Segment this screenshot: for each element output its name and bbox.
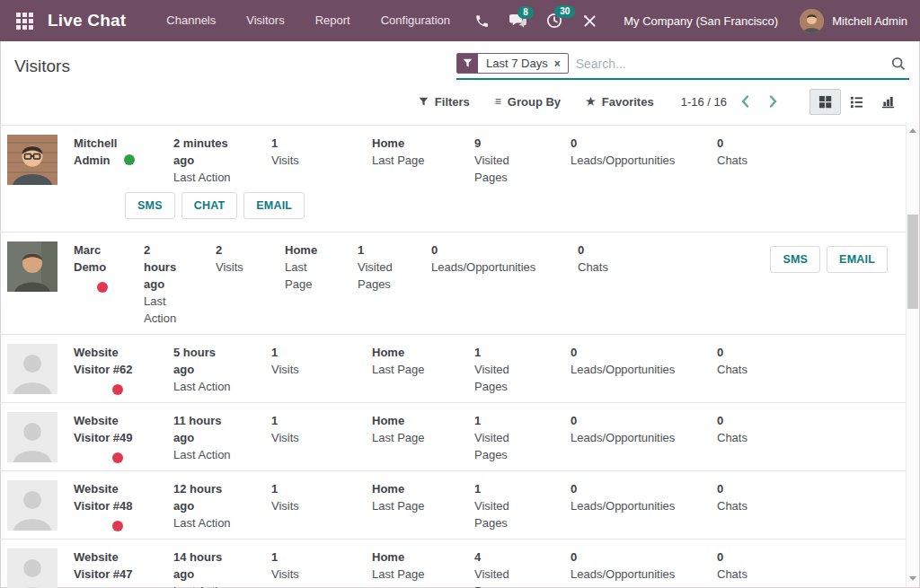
visitor-row[interactable]: Website Visitor #4714 hours agoLast Acti… (0, 539, 907, 588)
stat-value: 0 (717, 136, 723, 150)
messages-badge: 8 (518, 6, 534, 19)
search-input[interactable] (576, 57, 891, 71)
messages-icon[interactable]: 8 (501, 8, 535, 34)
stat-label: Last Action (173, 378, 248, 395)
stat-value: 0 (578, 243, 584, 257)
stat-leads-opportunities: 0Leads/Opportunities (571, 549, 717, 583)
stat-value: 1 (271, 346, 278, 359)
stat-visited-pages: 9Visited Pages (474, 135, 571, 186)
stat-value: Home (372, 482, 404, 496)
stat-label: Last Action (173, 583, 248, 588)
visitor-avatar (7, 412, 58, 462)
visitor-row[interactable]: Website Visitor #625 hours agoLast Actio… (0, 334, 907, 402)
visitor-name[interactable]: Mitchell Admin (74, 136, 117, 167)
menu-channels[interactable]: Channels (151, 0, 231, 41)
visitor-row[interactable]: Marc Demo2 hours agoLast Action2VisitsHo… (0, 232, 907, 334)
stat-value: 0 (571, 550, 577, 564)
pager-previous-button[interactable] (736, 93, 755, 110)
stat-label: Chats (717, 566, 883, 583)
visitor-actions: SMSEMAIL (770, 246, 894, 273)
stat-last-page: HomeLast Page (372, 480, 474, 514)
visitor-row[interactable]: Website Visitor #4812 hours agoLast Acti… (0, 470, 907, 539)
user-menu[interactable]: Mitchell Admin (800, 9, 907, 33)
stat-value: 0 (717, 346, 723, 359)
email-button[interactable]: EMAIL (827, 246, 888, 273)
apps-menu-icon[interactable] (11, 9, 39, 33)
menu-report[interactable]: Report (300, 0, 366, 41)
scroll-down-icon[interactable] (907, 572, 919, 585)
stat-label: Chats (717, 429, 883, 446)
visitor-avatar (7, 549, 58, 588)
menu-visitors[interactable]: Visitors (231, 0, 299, 41)
visitor-row[interactable]: Mitchell Admin2 minutes agoLast Action1V… (0, 126, 907, 232)
visitor-name[interactable]: Website Visitor #62 (74, 346, 133, 376)
graph-view-button[interactable] (872, 89, 904, 115)
phone-icon[interactable] (466, 8, 498, 34)
offline-status-icon (112, 521, 123, 531)
visitor-row[interactable]: Website Visitor #4911 hours agoLast Acti… (0, 402, 907, 470)
stat-value: 0 (571, 346, 577, 359)
list-icon (850, 95, 863, 109)
stat-last-action: 12 hours agoLast Action (173, 480, 271, 531)
stat-value: 1 (271, 414, 278, 427)
stat-value: 2 hours ago (144, 241, 180, 293)
sms-button[interactable]: SMS (125, 192, 175, 219)
stat-label: Last Page (372, 152, 451, 169)
company-switcher[interactable]: My Company (San Francisco) (609, 14, 796, 28)
stat-value: 12 hours ago (173, 480, 234, 514)
activities-clock-icon[interactable]: 30 (538, 7, 571, 34)
visitor-name[interactable]: Website Visitor #47 (74, 550, 133, 581)
stat-visits: 1Visits (271, 549, 372, 583)
stat-visited-pages: 1Visited Pages (474, 480, 571, 531)
stat-leads-opportunities: 0Leads/Opportunities (571, 344, 717, 378)
stat-label: Last Action (173, 446, 248, 463)
kanban-view-button[interactable] (809, 89, 841, 115)
vertical-scrollbar[interactable] (906, 122, 919, 587)
scrollbar-thumb[interactable] (907, 215, 918, 309)
search-icon[interactable] (891, 57, 907, 71)
stat-value: 0 (571, 482, 577, 496)
sms-button[interactable]: SMS (770, 246, 820, 273)
stat-value: 1 (474, 346, 481, 359)
tools-wrench-icon[interactable] (574, 8, 606, 34)
stat-label: Last Page (372, 361, 451, 378)
stat-label: Last Page (285, 259, 323, 293)
visitor-name[interactable]: Website Visitor #48 (74, 482, 133, 513)
pager-next-button[interactable] (764, 93, 783, 110)
stat-value: 2 (216, 243, 222, 257)
stat-label: Chats (717, 152, 883, 169)
view-switcher (809, 89, 904, 115)
stat-label: Visits (271, 152, 349, 169)
visitor-name[interactable]: Website Visitor #49 (74, 414, 133, 444)
filters-label: Filters (435, 95, 470, 109)
filters-button[interactable]: Filters (419, 95, 470, 109)
visitor-avatar (7, 241, 58, 292)
favorites-button[interactable]: ★ Favorites (586, 95, 654, 109)
list-view-button[interactable] (841, 89, 872, 115)
visitor-name-cell: Website Visitor #47 (74, 549, 173, 588)
chat-button[interactable]: CHAT (181, 192, 238, 219)
visitor-name-cell: Marc Demo (74, 241, 144, 293)
stat-value: 5 hours ago (173, 344, 234, 378)
stat-last-action: 5 hours agoLast Action (173, 344, 271, 395)
app-name[interactable]: Live Chat (48, 11, 126, 31)
stat-label: Chats (717, 497, 883, 514)
group-by-button[interactable]: ≡ Group By (495, 95, 561, 109)
stat-chats: 0Chats (578, 241, 770, 276)
visitor-name[interactable]: Marc Demo (74, 243, 106, 274)
email-button[interactable]: EMAIL (243, 192, 305, 219)
stat-value: Home (372, 550, 404, 564)
stat-label: Last Page (372, 429, 451, 446)
activities-badge: 30 (554, 5, 575, 18)
scroll-up-icon[interactable] (907, 124, 919, 137)
stat-label: Leads/Opportunities (571, 497, 694, 514)
facet-remove-icon[interactable]: × (554, 54, 568, 73)
filter-funnel-icon (457, 54, 478, 73)
stat-last-action: 11 hours agoLast Action (173, 412, 271, 463)
menu-configuration[interactable]: Configuration (366, 0, 465, 41)
stat-chats: 0Chats (717, 549, 907, 583)
search-bar[interactable]: Last 7 Days × (456, 51, 909, 80)
stat-value: 1 (474, 482, 481, 496)
stat-last-action: 2 minutes agoLast Action (173, 135, 271, 186)
stat-value: 0 (717, 482, 723, 496)
